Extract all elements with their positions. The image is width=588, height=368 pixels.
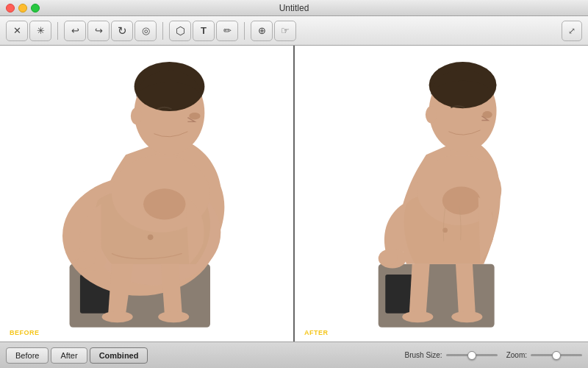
zoom-in-tool[interactable]: ⊕ xyxy=(251,21,273,41)
redo-tool[interactable]: ↪ xyxy=(87,21,110,41)
svg-point-15 xyxy=(147,235,153,241)
zoom-slider[interactable] xyxy=(531,354,582,356)
brush-size-label: Brush Size: xyxy=(405,351,442,359)
text-tool[interactable]: T xyxy=(193,21,215,41)
svg-point-27 xyxy=(402,311,433,322)
after-label: AFTER xyxy=(302,328,331,337)
close-tool[interactable]: ✕ xyxy=(6,21,28,41)
window-title: Untitled xyxy=(279,3,309,13)
before-image xyxy=(13,46,281,342)
tab-combined[interactable]: Combined xyxy=(90,347,148,364)
lasso-tool[interactable]: ⬡ xyxy=(169,21,191,41)
separator-2 xyxy=(162,22,163,40)
after-panel: AFTER xyxy=(295,46,588,342)
tool-group-edit: ⬡ T ✏ xyxy=(169,21,238,41)
zoom-label: Zoom: xyxy=(506,351,527,359)
svg-point-11 xyxy=(189,113,200,120)
hand-tool[interactable]: ☞ xyxy=(274,21,296,41)
tab-after[interactable]: After xyxy=(51,347,87,364)
window-controls xyxy=(6,4,40,13)
rotate-tool[interactable]: ↻ xyxy=(111,21,133,41)
svg-point-13 xyxy=(101,311,132,322)
minimize-button[interactable] xyxy=(18,4,27,13)
brush-tool[interactable]: ✏ xyxy=(216,21,238,41)
bottom-right-controls: Brush Size: Zoom: xyxy=(405,351,582,359)
title-bar: Untitled xyxy=(0,0,588,16)
separator-3 xyxy=(244,22,245,40)
tab-before[interactable]: Before xyxy=(6,347,49,364)
after-image xyxy=(308,46,576,342)
toolbar-right: ⤢ xyxy=(562,21,582,41)
fullscreen-button[interactable]: ⤢ xyxy=(562,21,582,41)
bottom-bar: Before After Combined Brush Size: Zoom: xyxy=(0,342,588,368)
before-panel: BEFORE xyxy=(0,46,295,342)
svg-point-28 xyxy=(451,311,482,322)
toolbar: ✕ ✳ ↩ ↪ ↻ ◎ ⬡ T ✏ ⊕ ☞ ⤢ xyxy=(0,16,588,46)
compass-tool[interactable]: ◎ xyxy=(135,21,157,41)
after-figure xyxy=(295,46,588,342)
before-label: BEFORE xyxy=(7,328,42,337)
tool-group-history: ↩ ↪ ↻ ◎ xyxy=(64,21,157,41)
tab-group: Before After Combined xyxy=(6,347,148,364)
svg-point-14 xyxy=(158,311,189,322)
before-figure xyxy=(0,46,293,342)
brush-size-slider[interactable] xyxy=(446,354,498,356)
main-content: BEFORE xyxy=(0,46,588,342)
tool-group-main: ✕ ✳ xyxy=(6,21,51,41)
asterisk-tool[interactable]: ✳ xyxy=(29,21,51,41)
undo-tool[interactable]: ↩ xyxy=(64,21,86,41)
brush-size-group: Brush Size: xyxy=(405,351,498,359)
svg-point-26 xyxy=(425,106,436,123)
close-button[interactable] xyxy=(6,4,15,13)
separator-1 xyxy=(57,22,58,40)
tool-group-view: ⊕ ☞ xyxy=(251,21,296,41)
zoom-group: Zoom: xyxy=(506,351,582,359)
maximize-button[interactable] xyxy=(31,4,40,13)
svg-point-6 xyxy=(143,188,185,219)
svg-point-12 xyxy=(130,107,141,124)
svg-point-20 xyxy=(442,186,480,214)
